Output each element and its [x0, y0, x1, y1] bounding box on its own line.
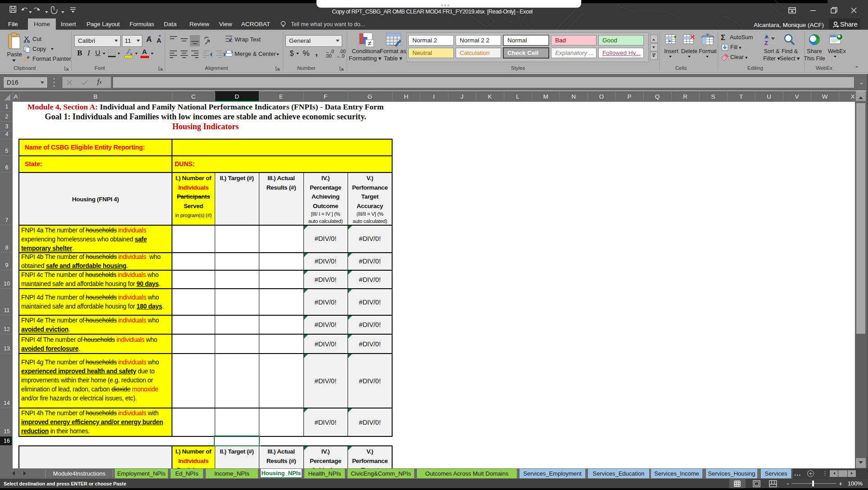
svg-text:≠: ≠ — [368, 40, 371, 47]
svg-text:A: A — [764, 33, 769, 40]
svg-text:Z: Z — [764, 40, 768, 46]
